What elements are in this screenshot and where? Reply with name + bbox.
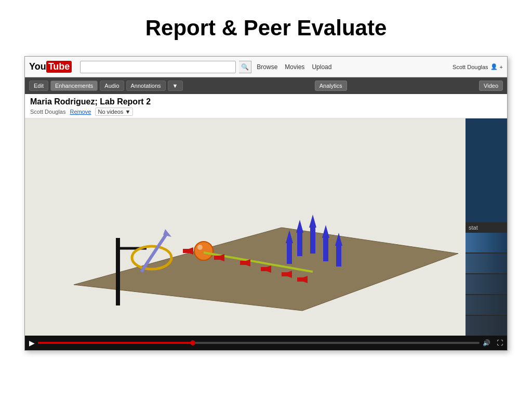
sidebar-stat-label: stat [466,222,507,233]
svg-point-8 [197,245,203,250]
svg-rect-31 [336,246,341,267]
svg-rect-29 [323,238,328,261]
nav-upload[interactable]: Upload [312,63,331,71]
play-button[interactable]: ▶ [29,339,35,347]
nav-links: Browse Movies Upload [257,63,331,71]
video-controls: ▶ 🔊 ⛶ [25,336,507,350]
plus-icon: + [500,64,503,70]
svg-rect-21 [297,277,308,282]
video-title-area: Maria Rodriguez; Lab Report 2 Scott Doug… [25,94,507,118]
svg-rect-19 [282,272,292,276]
sidebar: stat [466,118,507,336]
sidebar-panel-3 [466,274,507,294]
editor-toolbar: Edit Enhancements Audio Annotations ▼ An… [25,77,507,94]
more-button[interactable]: ▼ [168,81,183,91]
screenshot-container: YouTube 🔍 Browse Movies Upload Scott Dou… [24,56,508,351]
video-button[interactable]: Video [479,81,503,91]
nav-movies[interactable]: Movies [285,63,304,71]
search-input[interactable] [80,61,236,73]
video-owner: Scott Douglas [30,109,65,115]
sidebar-panels [466,233,507,336]
analytics-button[interactable]: Analytics [315,81,347,91]
svg-rect-27 [310,228,315,254]
audio-button[interactable]: Audio [100,81,124,91]
video-area [25,118,466,336]
svg-rect-15 [240,261,250,265]
sidebar-panel-2 [466,254,507,273]
video-meta: Scott Douglas Remove No videos ▼ [30,108,502,116]
sidebar-panel-4 [466,295,507,315]
sidebar-panel-1 [466,233,507,252]
sidebar-panel-5 [466,316,507,336]
nav-browse[interactable]: Browse [257,63,277,71]
youtube-logo: YouTube [29,61,72,73]
progress-bar[interactable] [38,342,480,344]
fullscreen-button[interactable]: ⛶ [497,339,503,347]
svg-point-7 [194,242,213,260]
youtube-navbar: YouTube 🔍 Browse Movies Upload Scott Dou… [25,57,507,77]
svg-rect-25 [297,233,302,256]
remove-link[interactable]: Remove [70,109,91,115]
no-videos-select[interactable]: No videos ▼ [95,108,133,116]
page-title: Report & Peer Evaluate [0,0,532,51]
username: Scott Douglas [453,64,488,70]
progress-fill [38,342,193,344]
physics-scene [25,118,466,316]
volume-button[interactable]: 🔊 [483,339,490,347]
svg-rect-13 [214,256,224,260]
youtube-logo-you: You [29,61,46,72]
svg-rect-23 [287,243,292,264]
progress-dot [190,340,195,345]
sidebar-top-panel [466,118,507,222]
youtube-logo-tube: Tube [46,61,72,73]
annotations-button[interactable]: Annotations [126,81,166,91]
user-icon: 👤 [490,63,498,70]
video-title: Maria Rodriguez; Lab Report 2 [30,97,502,107]
enhancements-button[interactable]: Enhancements [50,81,98,91]
svg-rect-11 [183,249,193,253]
nav-user: Scott Douglas 👤 + [453,63,503,70]
edit-button[interactable]: Edit [29,81,48,91]
main-content: stat [25,118,507,336]
svg-rect-17 [261,267,271,271]
search-button[interactable]: 🔍 [239,61,251,73]
